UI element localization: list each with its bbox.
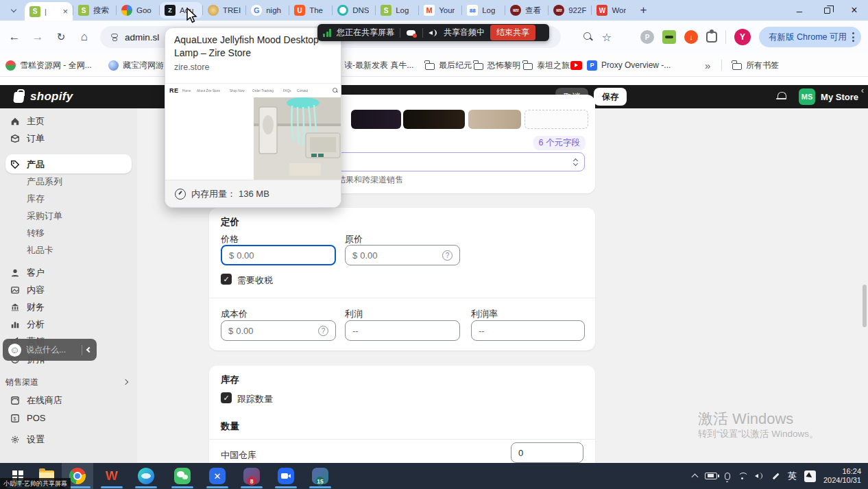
minimize-icon[interactable] [786,0,813,21]
cost-input[interactable] [236,326,315,336]
meeting-app-button[interactable] [272,463,300,489]
charge-tax-checkbox[interactable] [221,274,232,285]
browser-tab[interactable]: Log [462,0,505,21]
quark-button[interactable] [132,463,160,489]
battery-icon[interactable] [705,473,717,479]
add-media-placeholder[interactable] [525,110,588,129]
notifications-bell-icon[interactable] [775,91,788,103]
bookmark-item[interactable] [570,58,586,72]
tab-close-icon[interactable] [62,7,68,16]
bookmark-folder[interactable]: 最后纪元 [425,58,472,72]
back-icon[interactable] [5,28,23,46]
forward-icon[interactable] [29,28,47,46]
bookmark-item[interactable]: 藏宝湾网游 [108,58,164,72]
wifi-icon[interactable] [738,473,747,480]
remote-tool-tray-icon[interactable] [804,470,816,482]
sidebar-item-home[interactable]: 主页 [0,112,137,130]
browser-tab[interactable]: nigh [246,0,289,21]
sidebar-item-content[interactable]: 内容 [0,281,137,298]
quantity-input[interactable] [518,448,576,458]
close-icon[interactable] [841,0,868,21]
chrome-update-chip[interactable]: 有新版 Chrome 可用 [759,27,861,47]
bookmark-item[interactable]: 读-最新发表 真牛... [344,58,413,72]
emoji-smiley-icon[interactable] [8,344,21,357]
help-icon[interactable] [318,326,328,336]
browser-tab[interactable]: TREI [203,0,245,21]
browser-tab[interactable]: DNS [333,0,375,21]
browser-tab[interactable]: Wor [592,0,634,21]
price-input[interactable] [237,250,328,261]
browser-tab[interactable]: 922F [548,0,591,21]
product-thumbnail[interactable] [468,110,521,129]
sidebar-item-pos[interactable]: $ POS [0,409,137,427]
restore-icon[interactable] [813,0,841,21]
extensions-puzzle-icon[interactable] [706,32,717,43]
profit-input[interactable] [352,326,453,336]
sidebar-item-gift-cards[interactable]: 礼品卡 [0,241,137,259]
metafields-link[interactable]: 6 个元字段 [533,136,586,150]
browser-tab[interactable]: The [289,0,332,21]
sidebar-item-online-store[interactable]: 在线商店 [0,392,137,409]
extension-icon[interactable] [662,30,676,44]
sidebar-item-orders[interactable]: 订单 [0,130,137,147]
bookmark-folder[interactable]: 所有书签 [732,58,779,72]
bookmark-item[interactable]: 雪糕资源网 - 全网... [5,58,92,72]
sidebar-item-finance[interactable]: 财务 [0,298,137,315]
sidebar-item-customers[interactable]: 客户 [0,264,137,281]
extension-icon[interactable] [684,30,698,44]
compare-price-input[interactable] [360,250,439,261]
tab-search-button[interactable] [5,3,22,18]
sidebar-item-settings[interactable]: 设置 [0,431,137,448]
sidebar-item-transfers[interactable]: 转移 [0,224,137,241]
bookmark-item[interactable]: Proxy Overview -... [587,58,671,72]
browser-tab[interactable]: 搜索 [73,0,116,21]
bookmark-folder[interactable]: 泰坦之旅 [523,58,570,72]
blue-x-app-button[interactable] [204,463,231,489]
taskbar-clock[interactable]: 16:24 2024/10/31 [823,467,861,485]
sidebar-item-inventory[interactable]: 库存 [0,190,137,207]
help-icon[interactable] [442,250,453,261]
extension-icon[interactable] [640,30,654,44]
microphone-icon[interactable] [725,473,730,480]
new-tab-button[interactable] [634,1,652,19]
store-menu[interactable]: MS My Store [799,88,858,105]
sales-channels-header[interactable]: 销售渠道 [0,374,137,390]
sidebar-item-analytics[interactable]: 分析 [0,315,137,333]
scrollbar-thumb[interactable] [863,285,867,327]
badged-app-15-button[interactable]: 15 [306,463,334,489]
badged-app-8-button[interactable]: 8 [238,463,265,489]
browser-tab[interactable]: 查看 [505,0,548,21]
home-icon[interactable] [75,28,93,46]
ime-indicator[interactable]: 英 [788,470,797,482]
wps-button[interactable] [98,463,125,489]
product-thumbnail[interactable] [403,110,465,129]
collapse-left-icon[interactable] [86,347,92,353]
sidebar-item-purchase-orders[interactable]: 采购订单 [0,207,137,224]
stop-sharing-button[interactable]: 结束共享 [490,25,535,40]
bookmarks-overflow-icon[interactable] [705,58,710,72]
collapse-chevron-icon[interactable] [861,85,864,95]
browser-tab-active[interactable]: | [25,2,73,21]
reload-icon[interactable] [52,28,70,46]
sidebar-item-products[interactable]: 产品 [0,156,137,173]
site-info-icon[interactable] [110,32,119,42]
margin-input[interactable] [479,326,577,336]
product-thumbnail[interactable] [351,110,401,129]
browser-tab[interactable]: Log [376,0,418,21]
pen-icon[interactable] [771,472,780,481]
tray-expand-icon[interactable] [691,474,698,481]
track-quantity-checkbox[interactable] [221,392,232,403]
menu-kebab-icon[interactable] [852,32,854,42]
chat-overlay[interactable]: 说点什么... [3,339,97,361]
shopify-logo[interactable]: shopify [12,89,73,104]
browser-tab[interactable]: Your [419,0,461,21]
save-button[interactable]: 保存 [594,88,627,106]
wechat-button[interactable] [169,463,196,489]
volume-icon[interactable] [755,473,764,480]
profile-avatar[interactable]: Y [734,29,751,45]
sidebar-item-collections[interactable]: 产品系列 [0,173,137,190]
bookmark-folder[interactable]: 恐怖黎明 [474,58,520,72]
browser-tab[interactable]: Goo [117,0,159,21]
bookmark-star-icon[interactable] [602,31,612,44]
chat-input-placeholder[interactable]: 说点什么... [26,344,77,356]
